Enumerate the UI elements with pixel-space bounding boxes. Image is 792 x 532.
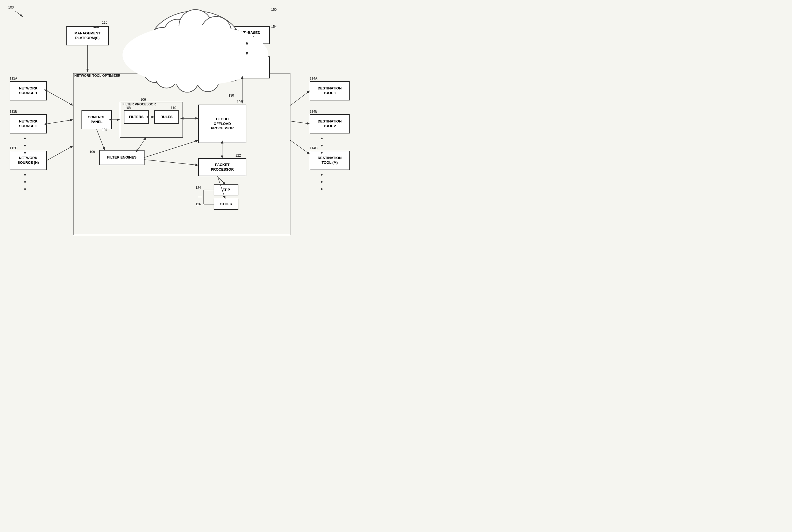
ref-120: 120 — [237, 100, 242, 104]
ref-112b: 112B — [10, 110, 17, 113]
control-panel-box: CONTROLPANEL — [81, 110, 112, 129]
rules-label: RULES — [161, 115, 173, 119]
ref-114c: 114C — [310, 146, 318, 150]
dots-dest-1: ••• — [321, 135, 323, 156]
other-label: OTHER — [220, 202, 232, 207]
ref-130: 130 — [228, 94, 234, 97]
svg-line-23 — [47, 146, 73, 160]
ref-124: 124 — [195, 186, 201, 190]
filter-engines-box: FILTER ENGINES — [99, 150, 145, 165]
ref-126: 126 — [195, 202, 201, 206]
cloud-offload-mgmt-label: CLOUD OFFLOADMANAGEMENTPLATFORM — [227, 60, 258, 75]
diagram: 100 MANAGEMENTPLATFORM(S) 116 NETWORK TO… — [0, 0, 358, 240]
dots-dest-2: ••• — [321, 171, 323, 193]
svg-line-21 — [47, 91, 73, 106]
dots-sources-2: ••• — [24, 171, 27, 193]
ref-114b: 114B — [310, 110, 317, 113]
destination-tool-m-box: DESTINATIONTOOL (M) — [310, 151, 350, 170]
atip-label: ATIP — [222, 188, 230, 192]
cloud-offload-processor-label: CLOUDOFFLOADPROCESSOR — [211, 117, 234, 131]
svg-line-24 — [290, 91, 310, 106]
filter-processor-label: FILTER PROCESSOR — [122, 102, 156, 106]
network-source-2-label: NETWORKSOURCE 2 — [19, 119, 37, 129]
other-box: OTHER — [214, 199, 239, 210]
cloud-based-tools-label: CLOUD-BASEDTOOL(S) — [234, 31, 260, 40]
network-source-n-label: NETWORKSOURCE (N) — [18, 156, 39, 165]
ref-110: 110 — [171, 106, 176, 110]
network-source-n-box: NETWORKSOURCE (N) — [10, 151, 47, 170]
network-source-2-box: NETWORKSOURCE 2 — [10, 114, 47, 133]
network-source-1-box: NETWORKSOURCE 1 — [10, 81, 47, 100]
filters-label: FILTERS — [129, 115, 144, 119]
svg-line-16 — [15, 11, 23, 17]
management-platform-box: MANAGEMENTPLATFORM(S) — [66, 26, 109, 45]
cloud-server-label: CLOUDSERVERSYSTEM — [165, 18, 198, 30]
rules-box: RULES — [154, 110, 179, 124]
destination-tool-2-box: DESTINATIONTOOL 2 — [310, 114, 350, 133]
cloud-offload-mgmt-box: CLOUD OFFLOADMANAGEMENTPLATFORM — [215, 56, 270, 78]
network-source-1-label: NETWORKSOURCE 1 — [19, 86, 37, 95]
filter-engines-label: FILTER ENGINES — [107, 155, 136, 160]
ref-100: 100 — [8, 5, 14, 10]
destination-tool-m-label: DESTINATIONTOOL (M) — [318, 156, 342, 165]
control-panel-label: CONTROLPANEL — [88, 115, 106, 125]
cloud-offload-processor-box: CLOUDOFFLOADPROCESSOR — [198, 104, 246, 143]
ref-112a: 112A — [10, 77, 17, 80]
ref-122: 122 — [235, 154, 241, 157]
svg-line-25 — [290, 121, 310, 124]
filters-box: FILTERS — [124, 110, 149, 124]
destination-tool-2-label: DESTINATIONTOOL 2 — [318, 119, 342, 129]
ref-109: 109 — [90, 150, 95, 154]
cloud-based-tools-box: CLOUD-BASEDTOOL(S) — [224, 26, 270, 44]
ref-112c: 112C — [10, 146, 18, 150]
svg-line-26 — [290, 140, 310, 154]
packet-processor-label: PACKETPROCESSOR — [211, 163, 234, 172]
nto-label: NETWORK TOOL OPTIMIZER — [74, 74, 120, 78]
atip-box: ATIP — [214, 184, 239, 195]
dots-sources-1: ••• — [24, 135, 27, 156]
ref-108: 108 — [125, 106, 131, 110]
ref-150: 150 — [271, 8, 277, 12]
ref-154: 154 — [271, 25, 277, 28]
destination-tool-1-label: DESTINATIONTOOL 1 — [318, 86, 342, 95]
packet-processor-box: PACKETPROCESSOR — [198, 158, 246, 176]
ref-116: 116 — [102, 21, 107, 24]
ref-104: 104 — [102, 128, 107, 132]
destination-tool-1-box: DESTINATIONTOOL 1 — [310, 81, 350, 100]
ref-106: 106 — [140, 98, 146, 101]
management-platform-label: MANAGEMENTPLATFORM(S) — [74, 31, 100, 40]
ref-114a: 114A — [310, 77, 317, 80]
svg-line-22 — [47, 120, 73, 124]
